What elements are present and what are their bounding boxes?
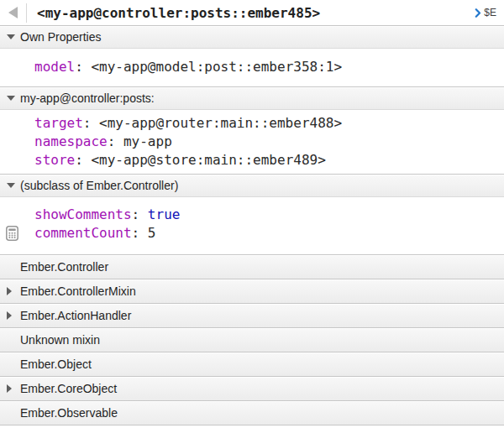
section-body-subclass: showCommentstrue commentCount5 <box>0 197 504 254</box>
mixin-label: Ember.CoreObject <box>20 382 117 395</box>
property-row-namespace[interactable]: namespacemy-app <box>0 133 504 151</box>
property-name: namespace <box>34 133 123 149</box>
property-name: target <box>34 115 99 131</box>
mixin-row-ember-coreobject[interactable]: Ember.CoreObject <box>0 376 504 400</box>
section-header-own-properties[interactable]: Own Properties <box>0 25 504 49</box>
disclosure-expanded-icon <box>7 96 20 101</box>
disclosure-expanded-icon <box>7 34 20 39</box>
section-body-own-properties: model<my-app@model:post::ember358:1> <box>0 49 504 86</box>
mixin-label: Ember.ControllerMixin <box>20 284 136 298</box>
mixin-label: Ember.Object <box>20 358 92 371</box>
property-value[interactable]: <my-app@model:post::ember358:1> <box>91 59 342 75</box>
section-header-subclass[interactable]: (subclass of Ember.Controller) <box>0 174 504 197</box>
property-value[interactable]: my-app <box>123 133 172 149</box>
console-arrow-icon <box>475 8 481 18</box>
section-label: (subclass of Ember.Controller) <box>20 179 178 192</box>
mixin-row-ember-object: Ember.Object <box>0 352 504 376</box>
mixin-row-ember-observable: Ember.Observable <box>0 400 504 425</box>
property-name: commentCount <box>34 225 148 241</box>
back-button[interactable] <box>0 0 26 25</box>
mixin-list: Ember.Controller Ember.ControllerMixin E… <box>0 254 504 425</box>
disclosure-collapsed-icon <box>7 311 20 320</box>
disclosure-expanded-icon <box>7 183 20 188</box>
toolbar: <my-app@controller:posts::ember485> $E <box>0 0 504 25</box>
mixin-label: Unknown mixin <box>20 333 100 347</box>
property-value[interactable]: <my-app@store:main::ember489> <box>91 152 325 168</box>
mixin-label: Ember.Observable <box>20 406 118 420</box>
mixin-label: Ember.Controller <box>20 260 108 274</box>
back-icon <box>8 7 18 18</box>
property-row-model[interactable]: model<my-app@model:post::ember358:1> <box>0 58 504 76</box>
property-row-commentcount[interactable]: commentCount5 <box>0 224 504 243</box>
property-value[interactable]: <my-app@router:main::ember488> <box>99 115 342 131</box>
property-value[interactable]: 5 <box>148 225 156 241</box>
section-body-controller-posts: target<my-app@router:main::ember488> nam… <box>0 110 504 174</box>
disclosure-collapsed-icon <box>7 384 20 393</box>
section-header-controller-posts[interactable]: my-app@controller:posts: <box>0 86 504 110</box>
property-row-target[interactable]: target<my-app@router:main::ember488> <box>0 114 504 133</box>
disclosure-collapsed-icon <box>7 287 20 295</box>
toolbar-divider <box>26 3 27 23</box>
section-label: my-app@controller:posts: <box>20 91 155 105</box>
property-value[interactable]: true <box>148 206 181 222</box>
property-row-showcomments[interactable]: showCommentstrue <box>0 206 504 224</box>
mixin-row-unknown-mixin: Unknown mixin <box>0 327 504 352</box>
mixin-row-ember-actionhandler[interactable]: Ember.ActionHandler <box>0 303 504 327</box>
mixin-label: Ember.ActionHandler <box>20 309 131 322</box>
mixin-row-ember-controllermixin[interactable]: Ember.ControllerMixin <box>0 279 504 303</box>
inspected-object-title: <my-app@controller:posts::ember485> <box>37 5 320 21</box>
property-name: store <box>34 152 91 168</box>
section-label: Own Properties <box>20 30 101 44</box>
mixin-row-ember-controller: Ember.Controller <box>0 254 504 279</box>
property-name: model <box>34 59 91 75</box>
send-to-console-button[interactable]: $E <box>475 7 504 18</box>
computed-property-calculator-icon <box>6 226 18 246</box>
property-row-store[interactable]: store<my-app@store:main::ember489> <box>0 151 504 170</box>
property-name: showComments <box>34 206 148 222</box>
console-variable-label: $E <box>484 7 496 18</box>
